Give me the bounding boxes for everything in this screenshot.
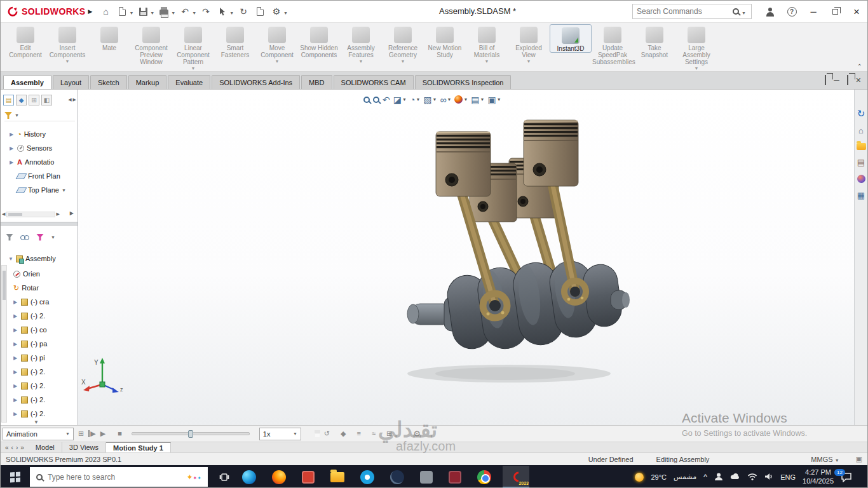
taskbar-clock[interactable]: 4:27 PM 10/4/2025 [803, 468, 834, 486]
tree-item-part[interactable]: ▶(-) 2. [13, 393, 81, 406]
ribbon-button-mate[interactable]: Mate [88, 24, 130, 51]
dropdown-caret-icon[interactable]: ▼ [275, 59, 280, 64]
graphics-viewport[interactable]: ↶ ◪▼ ◔▼ ▧▼ ∞▼ ▼ ▤▼ ▣▼ Y X z [78, 90, 855, 425]
ribbon-button-new-motion-study[interactable]: New Motion Study [424, 24, 466, 58]
search-caret-icon[interactable]: ▼ [742, 11, 746, 15]
motion-study-type-select[interactable]: Animation ▼ [3, 428, 74, 440]
scroll-right-icon[interactable]: ▶ [73, 97, 76, 102]
view-orientation-icon[interactable]: ◔▼ [410, 95, 420, 105]
apply-scene-icon[interactable]: ▤▼ [471, 95, 484, 105]
tab-evaluate[interactable]: Evaluate [168, 75, 210, 89]
filter-caret-icon[interactable]: ▼ [51, 235, 55, 240]
ribbon-button-insert-components[interactable]: Insert Components▼ [46, 24, 88, 64]
loop-icon[interactable]: ↺ [324, 430, 330, 437]
design-library-icon[interactable]: ⌂ [858, 126, 864, 135]
status-pane-icon[interactable]: ▣ [856, 455, 862, 463]
property-manager-tab[interactable]: ◆ [16, 95, 27, 105]
new-document-icon[interactable] [116, 4, 128, 18]
tree-item-history[interactable]: ▶◔History [10, 128, 77, 140]
ribbon-button-show-hidden-components[interactable]: Show Hidden Components [298, 24, 340, 58]
tree-item-part[interactable]: ▶(-) pi [13, 351, 81, 364]
options-caret-icon[interactable]: ▼ [283, 11, 288, 15]
task-view-button[interactable] [219, 473, 229, 482]
file-properties-icon[interactable] [254, 4, 266, 18]
tree-item-rotar[interactable]: ↻Rotar [13, 281, 81, 294]
tree-item-part[interactable]: ▶(-) cra [13, 295, 81, 308]
tab-solidworks-inspection[interactable]: SOLIDWORKS Inspection [415, 75, 512, 89]
redo-icon[interactable]: ↷ [200, 4, 212, 18]
save-icon[interactable] [137, 4, 149, 18]
3d-model-viewport[interactable] [78, 90, 855, 425]
red-app-icon[interactable] [302, 471, 315, 484]
command-search-input[interactable] [637, 7, 729, 16]
view-settings-icon[interactable]: ▣▼ [488, 95, 501, 105]
tab-mbd[interactable]: MBD [301, 75, 332, 89]
tree-vertical-scrollbar[interactable] [1, 265, 7, 423]
display-style-icon[interactable]: ▧▼ [423, 95, 437, 105]
weather-desc[interactable]: مشمس [674, 473, 696, 481]
restore-button[interactable] [824, 1, 846, 23]
piston-3[interactable] [524, 120, 578, 186]
edge-icon[interactable] [242, 470, 256, 484]
filter-caret-icon[interactable]: ▼ [15, 113, 19, 118]
ribbon-button-smart-fasteners[interactable]: Smart Fasteners [214, 24, 256, 58]
doc-minimize-button[interactable]: ─ [834, 76, 839, 85]
onedrive-icon[interactable] [730, 473, 740, 482]
language-indicator[interactable]: ENG [780, 473, 796, 481]
menu-expand-icon[interactable]: ▶ [88, 8, 92, 15]
filter-results-icon[interactable]: ≡ [357, 430, 361, 437]
options-gear-icon[interactable]: ⚙ [270, 4, 283, 18]
dark-app-icon[interactable] [390, 470, 404, 484]
tree-item-annotations[interactable]: ▶AAnnotatio [10, 156, 77, 168]
last-tab-icon[interactable]: » [20, 444, 24, 451]
blue-app-icon[interactable] [360, 470, 374, 484]
dropdown-caret-icon[interactable]: ▼ [485, 59, 489, 64]
help-icon[interactable]: ? [781, 1, 803, 23]
expand-icon[interactable]: ▶ [13, 313, 18, 319]
expand-icon[interactable]: ▶ [10, 159, 15, 165]
piston-1[interactable] [436, 132, 491, 196]
taskbar-search-box[interactable]: ✦✦✦ [30, 467, 208, 487]
doc-close-button[interactable]: × [856, 75, 861, 85]
file-explorer-pane-icon[interactable] [857, 143, 866, 150]
edit-appearance-icon[interactable]: ▼ [454, 95, 468, 104]
calculate-icon[interactable]: ⊞ [78, 430, 84, 437]
feature-manager-tab[interactable]: ▤ [3, 95, 14, 105]
motion-timeline[interactable] [132, 432, 250, 435]
ribbon-button-large-assembly-settings[interactable]: Large Assembly Settings▼ [675, 24, 717, 71]
view-palette-icon[interactable]: ▤ [857, 158, 865, 166]
scroll-right-icon[interactable]: ▶ [57, 212, 60, 217]
tree-item-part[interactable]: ▶(-) 2. [13, 379, 81, 392]
doc-restore-button[interactable] [847, 76, 848, 85]
select-caret-icon[interactable]: ▼ [229, 11, 234, 15]
home-icon[interactable]: ⌂ [99, 4, 112, 18]
dropdown-caret-icon[interactable]: ▼ [527, 59, 531, 64]
tab-markup[interactable]: Markup [128, 75, 167, 89]
flyout-caret-icon[interactable]: ▼ [62, 188, 66, 193]
tree-item-part[interactable]: ▶(-) 2. [13, 365, 81, 378]
expand-icon[interactable]: ▶ [10, 146, 15, 151]
ribbon-collapse-icon[interactable]: ⌃ [857, 63, 862, 70]
ribbon-button-assembly-features[interactable]: Assembly Features▼ [340, 24, 382, 64]
start-button[interactable] [1, 465, 30, 488]
timeline-slider-handle[interactable] [188, 430, 193, 438]
tree-scroll-down-icon[interactable]: ▼ [34, 419, 39, 425]
ribbon-button-linear-component-pattern[interactable]: Linear Component Pattern▼ [172, 24, 214, 71]
minimize-button[interactable]: ─ [803, 1, 824, 23]
firefox-icon[interactable] [272, 470, 286, 484]
tab-motion-study-1[interactable]: Motion Study 1 [106, 442, 171, 452]
stop-icon[interactable]: ■ [118, 430, 122, 437]
new-caret-icon[interactable]: ▼ [129, 11, 133, 15]
expand-icon[interactable]: ▶ [13, 369, 18, 375]
rebuild-icon[interactable]: ↻ [237, 4, 250, 18]
scroll-left-icon[interactable]: ◀ [2, 212, 5, 217]
tree-item-orientation[interactable]: Orien [13, 268, 81, 280]
tab-assembly[interactable]: Assembly [3, 75, 51, 89]
print-caret-icon[interactable]: ▼ [171, 11, 175, 15]
dropdown-caret-icon[interactable]: ▼ [65, 59, 70, 64]
ribbon-button-move-component[interactable]: Move Component▼ [256, 24, 298, 64]
scrollbar-thumb[interactable] [3, 271, 6, 300]
section-view-icon[interactable]: ◪▼ [393, 95, 407, 105]
undo-caret-icon[interactable]: ▼ [192, 11, 196, 15]
zoom-to-area-icon[interactable] [373, 97, 379, 103]
